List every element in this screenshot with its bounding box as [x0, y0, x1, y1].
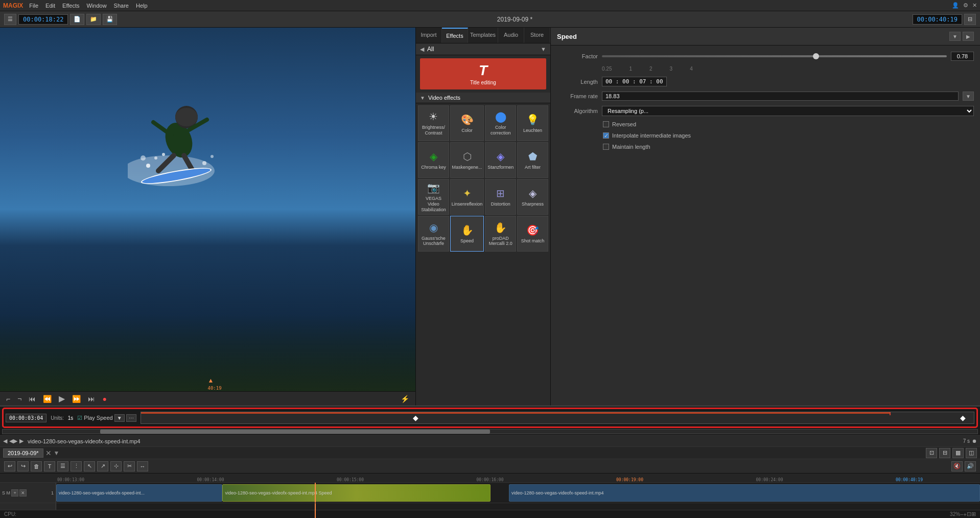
select3-button[interactable]: ⊹: [110, 461, 122, 471]
effect-distortion[interactable]: ⊞ Distortion: [485, 179, 516, 215]
timeline-view-btn[interactable]: ▦: [952, 448, 964, 458]
track-clip-dark-left[interactable]: video-1280-seo-vegas-videofx-speed-int..…: [56, 484, 222, 502]
timecode-right: 00:00:40:19: [913, 14, 962, 25]
user-icon[interactable]: 👤: [952, 2, 959, 9]
effect-leuchten[interactable]: 💡 Leuchten: [517, 105, 548, 141]
framerate-input[interactable]: [602, 92, 959, 101]
record-button[interactable]: ●: [100, 394, 108, 404]
timeline-nav-arrows[interactable]: ◀▶: [9, 438, 17, 444]
title-button[interactable]: T: [44, 461, 55, 471]
menu-window[interactable]: Window: [86, 3, 106, 9]
menu-file[interactable]: File: [29, 3, 38, 9]
next-frame-button[interactable]: ⏩: [70, 394, 83, 404]
track-remove-button[interactable]: ✕: [19, 489, 27, 497]
tab-templates[interactable]: Templates: [468, 28, 498, 43]
effect-color[interactable]: 🎨 Color: [450, 105, 484, 141]
play-speed-options-button[interactable]: ⋯: [126, 414, 136, 422]
shot-match-icon: 🎯: [526, 224, 539, 236]
delete-button[interactable]: 🗑: [31, 461, 42, 471]
title-editing-tile[interactable]: T Title editing: [420, 58, 546, 89]
open-button[interactable]: 📁: [86, 14, 101, 25]
reversed-checkbox[interactable]: [603, 121, 609, 127]
effect-speed[interactable]: ✋ Speed: [450, 216, 484, 252]
select-alt-button[interactable]: ↗: [97, 461, 108, 471]
maintain-checkbox[interactable]: [603, 144, 609, 150]
speed-diamond-left[interactable]: ◆: [413, 414, 418, 422]
skip-back-button[interactable]: ⏮: [27, 394, 38, 404]
tab-audio[interactable]: Audio: [498, 28, 524, 43]
speed-scrollbar[interactable]: [2, 429, 978, 434]
expand-button[interactable]: ⊞: [971, 511, 976, 517]
menu-edit[interactable]: Edit: [45, 3, 55, 9]
speed-timeline-bar[interactable]: ◆ ◆: [141, 412, 974, 424]
factor-slider-thumb[interactable]: [813, 53, 819, 59]
effect-art-filter[interactable]: ⬟ Art filter: [517, 142, 548, 178]
prop-collapse-button[interactable]: ▼: [949, 32, 961, 41]
effect-gaussche[interactable]: ◉ Gauss'sche Unschärfe: [418, 216, 449, 252]
track-add-button[interactable]: +: [11, 489, 18, 497]
menu-share[interactable]: Share: [114, 3, 129, 9]
track-clip-yellow-center[interactable]: video-1280-seo-vegas-videofx-speed-int.m…: [222, 484, 490, 502]
fit-view-button[interactable]: ⊡: [926, 448, 937, 458]
effect-chroma-key[interactable]: ◈ Chroma key: [418, 142, 449, 178]
effect-linsenreflexion[interactable]: ✦ Linsenreflexion: [450, 179, 484, 215]
effect-stanzformen[interactable]: ◈ Stanzformen: [485, 142, 516, 178]
slip-button[interactable]: ↔: [137, 461, 148, 471]
effect-shot-match[interactable]: 🎯 Shot match: [517, 216, 548, 252]
select-button[interactable]: ↖: [84, 461, 95, 471]
settings-icon[interactable]: ⚙: [963, 2, 968, 9]
effect-maskengene[interactable]: ⬡ Maskengene...: [450, 142, 484, 178]
back-arrow-icon[interactable]: ◀: [420, 46, 424, 53]
redo-button[interactable]: ↪: [17, 461, 29, 471]
timeline-nav-right[interactable]: ▶: [19, 438, 24, 444]
interpolate-checkbox[interactable]: ✓: [603, 132, 609, 139]
effect-brightness-contrast[interactable]: ☀ Brightness/Contrast: [418, 105, 449, 141]
prev-frame-button[interactable]: ⏪: [41, 394, 54, 404]
track-clip-dark-right[interactable]: video-1280-seo-vegas-videofx-speed-int.m…: [509, 484, 980, 502]
effect-prodad[interactable]: ✋ proDAD Mercalli 2.0: [485, 216, 516, 252]
restore-button[interactable]: ⊟: [964, 14, 976, 25]
framerate-row: Frame rate ▼: [557, 92, 974, 101]
play-speed-dropdown-button[interactable]: ▼: [114, 414, 125, 422]
timeline-project-tab[interactable]: 2019-09-09*: [3, 448, 43, 458]
volume-button[interactable]: 🔊: [965, 461, 976, 471]
video-effects-header[interactable]: ▼ Video effects: [416, 93, 550, 103]
speed-scrollbar-thumb[interactable]: [100, 430, 490, 434]
fit-button[interactable]: ⊡: [967, 511, 971, 517]
prop-expand-button[interactable]: ▶: [963, 32, 974, 41]
factor-value-input[interactable]: [951, 52, 974, 61]
new-project-button[interactable]: 📄: [70, 14, 84, 25]
play-button[interactable]: ▶: [57, 393, 67, 404]
tab-store[interactable]: Store: [524, 28, 550, 43]
framerate-dropdown-button[interactable]: ▼: [963, 92, 974, 101]
timeline-playhead: [315, 483, 316, 503]
menu-effects[interactable]: Effects: [62, 3, 79, 9]
add-timeline-tab-button[interactable]: ✕: [45, 449, 52, 457]
effect-color-correction[interactable]: ⬤ Color correction: [485, 105, 516, 141]
hamburger-button[interactable]: ☰: [4, 14, 16, 25]
tab-import[interactable]: Import: [416, 28, 442, 43]
timeline-tab-dropdown[interactable]: ▼: [54, 449, 60, 457]
factor-slider[interactable]: [602, 55, 947, 57]
fit-height-button[interactable]: ⊟: [939, 448, 950, 458]
skip-forward-button[interactable]: ⏭: [86, 394, 97, 404]
effect-sharpness[interactable]: ◈ Sharpness: [517, 179, 548, 215]
close-icon[interactable]: ✕: [972, 2, 977, 9]
effect-vegas-stabilization[interactable]: 📷 VEGAS Video Stabilization: [418, 179, 449, 215]
timeline-view-btn2[interactable]: ◫: [966, 448, 977, 458]
filter-dropdown-arrow[interactable]: ▼: [541, 46, 546, 52]
menu-help[interactable]: Help: [136, 3, 148, 9]
mark-out-button[interactable]: ¬: [15, 394, 24, 404]
storyboard-button[interactable]: ☰: [57, 461, 68, 471]
monitor-button[interactable]: ⚡: [399, 394, 411, 404]
razor-button[interactable]: ✂: [124, 461, 135, 471]
speed-diamond-right[interactable]: ◆: [960, 414, 966, 422]
mute-button[interactable]: 🔇: [951, 461, 963, 471]
tab-effects[interactable]: Effects: [442, 28, 468, 43]
undo-button[interactable]: ↩: [4, 461, 15, 471]
timeline-nav-left[interactable]: ◀: [3, 438, 7, 444]
algorithm-select[interactable]: Resampling (p...: [602, 106, 974, 116]
mark-in-button[interactable]: ⌐: [4, 394, 12, 404]
timeline-view2-button[interactable]: ⋮: [71, 461, 82, 471]
save-button[interactable]: 💾: [103, 14, 117, 25]
